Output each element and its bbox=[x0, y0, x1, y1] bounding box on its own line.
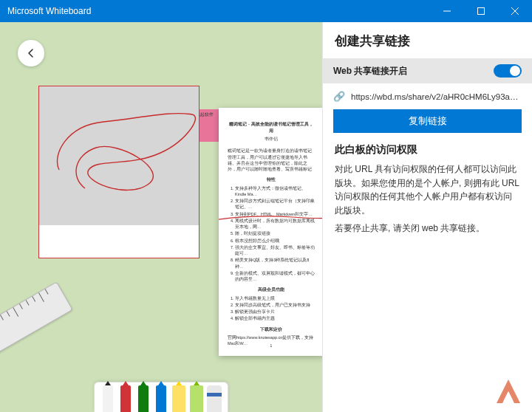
doc-title: 糯词笔记 - 高效全能的读书笔记管理工具，用 bbox=[228, 121, 315, 134]
ruler-body bbox=[0, 281, 73, 383]
access-section: 此白板的访问权限 对此 URL 具有访问权限的任何人都可以访问此版块。如果您使用… bbox=[323, 143, 532, 240]
doc-intro: 糯词笔记是一款为读者量身打造的读书笔记管理工具，用户可以通过它便捷地导入书籍、并… bbox=[228, 148, 315, 172]
list-item: 支持多种导入方式：微信读书笔记、Kindle Ma… bbox=[235, 185, 315, 198]
titlebar: Microsoft Whiteboard bbox=[0, 0, 532, 22]
copy-link-button[interactable]: 复制链接 bbox=[333, 109, 522, 133]
share-link-row: 🔗 bbox=[323, 83, 532, 106]
list-item: 精美支持Q版，支持3种系统笔记以及8种… bbox=[235, 257, 315, 269]
web-share-toggle[interactable] bbox=[494, 64, 522, 78]
back-button[interactable] bbox=[18, 40, 44, 66]
list-item: 强大的全文事宜、好友、即书、标签等功能可… bbox=[235, 244, 315, 257]
list-item: 支持同步方式到云端笔记平台（支持印象笔记、… bbox=[235, 198, 315, 210]
arrow-left-icon bbox=[25, 47, 37, 59]
main-area: 说起软件 糯词笔记 - 高效全能的读书笔记管理工具，用 书伴侣 糯词笔记是一款为… bbox=[0, 22, 532, 412]
doc-subtitle: 书伴侣 bbox=[228, 136, 315, 142]
list-item: 导入书籍数量无上限 bbox=[235, 295, 315, 301]
access-title: 此白板的访问权限 bbox=[335, 143, 520, 157]
doc-sec1-list: 支持多种导入方式：微信读书笔记、Kindle Ma… 支持同步方式到云端笔记平台… bbox=[228, 185, 315, 283]
whiteboard-canvas[interactable]: 说起软件 糯词笔记 - 高效全能的读书笔记管理工具，用 书伴侣 糯词笔记是一款为… bbox=[0, 22, 322, 412]
toggle-label: Web 共享链接开启 bbox=[333, 65, 407, 78]
share-url-input[interactable] bbox=[351, 92, 522, 101]
pen-red[interactable] bbox=[118, 385, 133, 412]
toggle-knob bbox=[510, 66, 520, 76]
pen-tray bbox=[94, 382, 228, 412]
maximize-button[interactable] bbox=[464, 0, 498, 22]
eraser[interactable] bbox=[207, 385, 222, 412]
minimize-button[interactable] bbox=[430, 0, 464, 22]
panel-title: 创建共享链接 bbox=[335, 32, 520, 49]
list-item: 解锁更强由分享卡片 bbox=[235, 309, 315, 315]
watermark-logo bbox=[494, 377, 523, 406]
panel-header: 创建共享链接 bbox=[323, 22, 532, 58]
doc-sec3-title: 下载和定价 bbox=[228, 326, 315, 332]
selection-rectangle[interactable] bbox=[38, 86, 200, 258]
highlighter-yellow[interactable] bbox=[171, 385, 186, 412]
window-controls bbox=[430, 0, 532, 22]
doc-sec2-title: 高级会员功能 bbox=[228, 286, 315, 292]
document-preview[interactable]: 糯词笔记 - 高效全能的读书笔记管理工具，用 书伴侣 糯词笔记是一款为读者量身打… bbox=[219, 108, 322, 356]
doc-sec2-list: 导入书籍数量无上限 支持同步高级笔式，用户已支持书支持 解锁更强由分享卡片 解锁… bbox=[228, 295, 315, 322]
doc-sec1-title: 特性 bbox=[228, 176, 315, 182]
pen-black[interactable] bbox=[100, 385, 115, 412]
pen-blue[interactable] bbox=[154, 385, 168, 412]
list-item: 支持同步高级笔式，用户已支持书支持 bbox=[235, 302, 315, 308]
web-share-toggle-row: Web 共享链接开启 bbox=[323, 58, 532, 83]
highlighter-green[interactable] bbox=[189, 385, 204, 412]
link-icon: 🔗 bbox=[333, 91, 345, 102]
list-item: 根本没想好怎么介绍哦 bbox=[235, 238, 315, 244]
pen-green[interactable] bbox=[136, 385, 151, 412]
access-paragraph: 对此 URL 具有访问权限的任何人都可以访问此版块。如果您使用的是个人帐户, 则… bbox=[335, 162, 520, 217]
svg-rect-1 bbox=[478, 8, 485, 15]
app-title: Microsoft Whiteboard bbox=[7, 6, 91, 16]
list-item: 解锁全部书籍内主题 bbox=[235, 315, 315, 321]
list-item: 离线式设计时，所有数据均可数据库离线至本地，网… bbox=[235, 218, 315, 230]
share-panel: 创建共享链接 Web 共享链接开启 🔗 复制链接 此白板的访问权限 对此 URL… bbox=[322, 22, 532, 412]
doc-page-number: 1 bbox=[219, 343, 322, 349]
list-item: 随，时刻提双链接 bbox=[235, 230, 315, 236]
access-paragraph: 若要停止共享, 请关闭 web 共享链接。 bbox=[335, 222, 520, 236]
selection-white-region bbox=[39, 225, 199, 258]
close-button[interactable] bbox=[498, 0, 532, 22]
list-item: 全新的模式、双屏观和谐模式，都可中心的内容呈… bbox=[235, 270, 315, 283]
list-item: 支持到PDF、HTML、Markdown和文字… bbox=[235, 211, 315, 217]
